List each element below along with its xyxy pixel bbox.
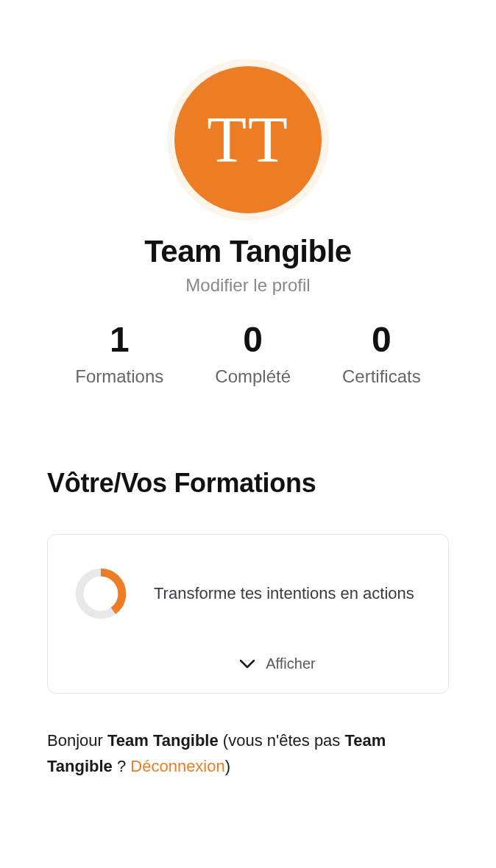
edit-profile-link[interactable]: Modifier le profil — [185, 275, 310, 296]
greeting-prefix: Bonjour — [47, 731, 107, 750]
formations-section: Vôtre/Vos Formations Transforme tes inte… — [0, 468, 496, 694]
profile-section: TT Team Tangible Modifier le profil 1 Fo… — [0, 0, 496, 387]
progress-ring-icon — [74, 567, 127, 620]
stat-value: 0 — [342, 322, 421, 357]
greeting-text: Bonjour Team Tangible (vous n'êtes pas T… — [0, 728, 496, 779]
stat-completed[interactable]: 0 Complété — [215, 322, 291, 387]
formation-row[interactable]: Transforme tes intentions en actions — [74, 567, 422, 620]
stat-value: 0 — [215, 322, 291, 357]
stat-label: Formations — [75, 366, 163, 387]
avatar[interactable]: TT — [174, 66, 322, 213]
stat-formations[interactable]: 1 Formations — [75, 322, 163, 387]
stat-value: 1 — [75, 322, 163, 357]
greeting-question: ? — [113, 757, 130, 775]
greeting-mid: (vous n'êtes pas — [219, 731, 345, 750]
formation-title: Transforme tes intentions en actions — [154, 582, 414, 605]
avatar-ring: TT — [167, 59, 329, 221]
stat-certificates[interactable]: 0 Certificats — [342, 322, 421, 387]
formation-card: Transforme tes intentions en actions Aff… — [47, 534, 449, 694]
stat-label: Certificats — [342, 366, 421, 387]
stats-row: 1 Formations 0 Complété 0 Certificats — [0, 322, 496, 387]
chevron-down-icon — [239, 659, 255, 669]
stat-label: Complété — [215, 366, 291, 387]
section-title: Vôtre/Vos Formations — [47, 468, 449, 499]
expand-toggle[interactable]: Afficher — [74, 655, 422, 672]
expand-label: Afficher — [266, 655, 315, 672]
profile-name: Team Tangible — [0, 234, 496, 269]
logout-link[interactable]: Déconnexion — [130, 757, 224, 775]
greeting-username: Team Tangible — [107, 731, 219, 750]
greeting-suffix: ) — [225, 757, 230, 775]
